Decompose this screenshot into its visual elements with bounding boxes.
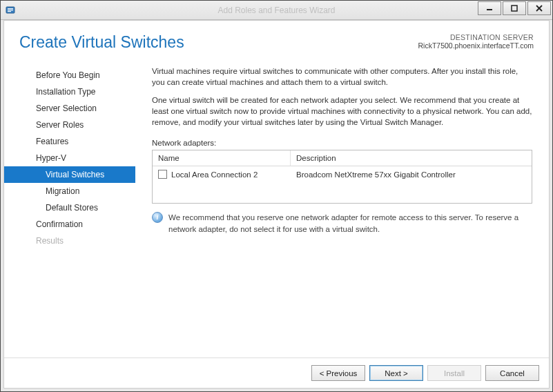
body-row: Before You Begin Installation Type Serve… [4, 59, 549, 357]
content-frame: Create Virtual Switches DESTINATION SERV… [1, 20, 552, 391]
network-adapters-label: Network adapters: [152, 139, 532, 147]
sidebar-item-virtual-switches[interactable]: Virtual Switches [4, 166, 135, 183]
close-button[interactable] [527, 1, 551, 15]
network-adapters-table: Name Description Local Area Connection 2… [152, 150, 532, 204]
sidebar-item-default-stores[interactable]: Default Stores [4, 199, 135, 216]
sidebar-item-confirmation[interactable]: Confirmation [4, 216, 135, 233]
sidebar-item-server-selection[interactable]: Server Selection [4, 100, 135, 117]
destination-block: DESTINATION SERVER RickT7500.phoenix.int… [418, 33, 534, 50]
info-icon: i [152, 212, 163, 223]
svg-rect-2 [8, 10, 13, 10]
sidebar-item-features[interactable]: Features [4, 133, 135, 150]
destination-label: DESTINATION SERVER [418, 33, 534, 41]
adapter-checkbox[interactable] [158, 170, 167, 179]
install-button: Install [427, 365, 481, 381]
column-header-name[interactable]: Name [153, 150, 291, 166]
header-row: Create Virtual Switches DESTINATION SERV… [4, 21, 549, 59]
info-row: i We recommend that you reserve one netw… [152, 212, 532, 234]
sidebar-item-installation-type[interactable]: Installation Type [4, 84, 135, 100]
minimize-button[interactable] [478, 1, 501, 15]
footer: < Previous Next > Install Cancel [4, 357, 549, 388]
sidebar-item-server-roles[interactable]: Server Roles [4, 117, 135, 133]
info-text: We recommend that you reserve one networ… [168, 212, 532, 234]
main-panel: Virtual machines require virtual switche… [135, 61, 549, 357]
window-title: Add Roles and Features Wizard [1, 6, 552, 15]
app-icon [5, 5, 16, 16]
maximize-button[interactable] [503, 1, 526, 15]
window-controls [478, 1, 552, 19]
titlebar: Add Roles and Features Wizard [1, 1, 552, 20]
column-header-description[interactable]: Description [291, 150, 532, 166]
previous-button[interactable]: < Previous [311, 365, 365, 381]
svg-rect-3 [8, 11, 11, 12]
table-header: Name Description [153, 150, 532, 166]
next-button[interactable]: Next > [369, 365, 423, 381]
table-row[interactable]: Local Area Connection 2 Broadcom NetXtre… [153, 166, 532, 182]
sidebar-item-before-you-begin[interactable]: Before You Begin [4, 67, 135, 84]
adapter-description: Broadcom NetXtreme 57xx Gigabit Controll… [296, 170, 526, 179]
sidebar-item-results: Results [4, 233, 135, 249]
sidebar-item-hyper-v[interactable]: Hyper-V [4, 150, 135, 166]
page-title: Create Virtual Switches [19, 33, 184, 52]
sidebar: Before You Begin Installation Type Serve… [4, 61, 135, 357]
inner-panel: Create Virtual Switches DESTINATION SERV… [3, 20, 550, 389]
adapter-name: Local Area Connection 2 [171, 170, 258, 179]
intro-paragraph-1: Virtual machines require virtual switche… [152, 66, 532, 88]
svg-rect-1 [8, 8, 13, 9]
sidebar-item-migration[interactable]: Migration [4, 183, 135, 199]
wizard-window: Add Roles and Features Wizard Create Vir… [0, 0, 553, 392]
svg-rect-5 [512, 6, 517, 11]
intro-paragraph-2: One virtual switch will be created for e… [152, 95, 532, 128]
destination-server: RickT7500.phoenix.interfaceTT.com [418, 41, 534, 50]
cancel-button[interactable]: Cancel [485, 365, 539, 381]
